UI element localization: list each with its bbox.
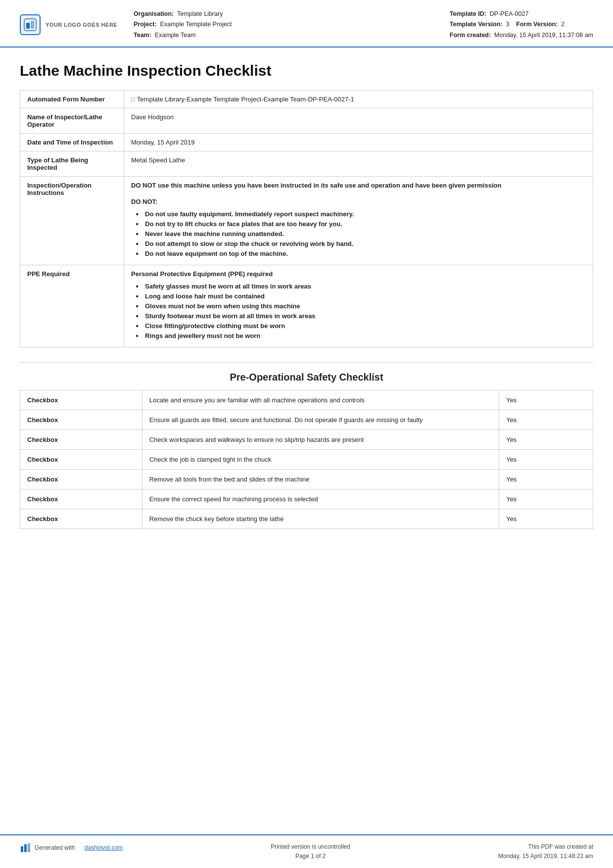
checklist-desc-5: Ensure the correct speed for machining p… (142, 489, 499, 509)
do-not-item-3: Do not attempt to slow or stop the chuck… (136, 240, 586, 247)
do-not-item-4: Do not leave equipment on top of the mac… (136, 250, 586, 257)
footer-uncontrolled: Printed version is uncontrolled (271, 842, 350, 852)
footer-center: Printed version is uncontrolled Page 1 o… (271, 842, 350, 861)
footer-pdf-label: This PDF was created at (498, 842, 593, 852)
svg-rect-2 (31, 21, 34, 29)
ppe-title: Personal Protective Equipment (PPE) requ… (131, 270, 586, 278)
do-not-item-1: Do not try to lift chucks or face plates… (136, 220, 586, 228)
checklist-row-4: Checkbox Remove all tools from the bed a… (20, 469, 593, 489)
form-version-label: Form Version: (516, 21, 558, 28)
ppe-item-3: Sturdy footwear must be worn at all time… (136, 312, 586, 320)
do-not-item-2: Never leave the machine running unattend… (136, 230, 586, 238)
ppe-item-5: Rings and jewellery must not be worn (136, 332, 586, 339)
footer-pdf-value: Monday, 15 April 2019, 11:48:23 am (498, 852, 593, 861)
template-id-line: Template ID: DP-PEA-0027 (450, 9, 593, 19)
form-created-line: Form created: Monday, 15 April 2019, 11:… (450, 30, 593, 41)
checklist-row-3: Checkbox Check the job is clamped tight … (20, 449, 593, 469)
instructions-value: DO NOT use this machine unless you have … (124, 176, 593, 265)
header-right: Template ID: DP-PEA-0027 Template Versio… (450, 9, 593, 41)
version-line: Template Version: 3 Form Version: 2 (450, 19, 593, 30)
checklist-value-6: Yes (499, 509, 593, 529)
inspector-label: Name of Inspector/Lathe Operator (20, 108, 124, 133)
info-table: Automated Form Number □Template Library-… (20, 90, 593, 347)
project-line: Project: Example Template Project (134, 19, 435, 30)
instructions-label: Inspection/Operation Instructions (20, 176, 124, 265)
page: YOUR LOGO GOES HERE Organisation: Templa… (0, 0, 613, 868)
lathe-type-value: Metal Speed Lathe (124, 151, 593, 176)
checklist-value-4: Yes (499, 469, 593, 489)
checklist-desc-1: Ensure all guards are fitted, secure and… (142, 410, 499, 430)
form-number-value: □Template Library-Example Template Proje… (124, 90, 593, 108)
info-row-inspector: Name of Inspector/Lathe Operator Dave Ho… (20, 108, 593, 133)
inspector-value: Dave Hodgson (124, 108, 593, 133)
info-row-ppe: PPE Required Personal Protective Equipme… (20, 265, 593, 347)
logo-box: YOUR LOGO GOES HERE (20, 14, 119, 35)
footer-right: This PDF was created at Monday, 15 April… (498, 842, 593, 861)
info-row-form-number: Automated Form Number □Template Library-… (20, 90, 593, 108)
header: YOUR LOGO GOES HERE Organisation: Templa… (0, 0, 613, 48)
date-label: Date and Time of Inspection (20, 133, 124, 151)
project-label: Project: (134, 21, 157, 28)
do-not-item-0: Do not use faulty equipment. Immediately… (136, 210, 586, 218)
form-version-value: 2 (561, 21, 565, 28)
checklist-label-2: Checkbox (20, 430, 142, 449)
checklist-label-0: Checkbox (20, 390, 142, 410)
footer-left: Generated with dashpivot.com (20, 842, 123, 853)
org-value: Template Library (177, 10, 223, 17)
do-not-label: DO NOT: (131, 198, 586, 205)
checklist-row-5: Checkbox Ensure the correct speed for ma… (20, 489, 593, 509)
checklist-label-4: Checkbox (20, 469, 142, 489)
header-meta: Organisation: Template Library Project: … (134, 9, 435, 41)
team-value: Example Team (155, 32, 195, 39)
footer-page: Page 1 of 2 (271, 852, 350, 861)
checklist-desc-4: Remove all tools from the bed and slides… (142, 469, 499, 489)
form-number-label: Automated Form Number (20, 90, 124, 108)
template-version-label: Template Version: (450, 21, 503, 28)
logo-text: YOUR LOGO GOES HERE (46, 22, 117, 28)
checklist-value-5: Yes (499, 489, 593, 509)
project-value: Example Template Project (160, 21, 232, 28)
ppe-label: PPE Required (20, 265, 124, 347)
checklist-table: Checkbox Locate and ensure you are famil… (20, 390, 593, 529)
team-label: Team: (134, 32, 151, 39)
checklist-label-1: Checkbox (20, 410, 142, 430)
ppe-value: Personal Protective Equipment (PPE) requ… (124, 265, 593, 347)
ppe-list: Safety glasses must be worn at all times… (136, 283, 586, 339)
checklist-row-2: Checkbox Check workspaces and walkways t… (20, 430, 593, 449)
date-value: Monday, 15 April 2019 (124, 133, 593, 151)
checklist-label-3: Checkbox (20, 449, 142, 469)
checklist-value-1: Yes (499, 410, 593, 430)
footer-generated-text: Generated with (35, 844, 75, 851)
info-row-lathe-type: Type of Lathe Being Inspected Metal Spee… (20, 151, 593, 176)
ppe-item-2: Gloves must not be worn when using this … (136, 302, 586, 310)
template-id-label: Template ID: (450, 10, 486, 17)
checklist-desc-6: Remove the chuck key before starting the… (142, 509, 499, 529)
checklist-value-2: Yes (499, 430, 593, 449)
ppe-item-1: Long and loose hair must be contained (136, 292, 586, 300)
svg-rect-5 (28, 843, 30, 852)
instructions-main-text: DO NOT use this machine unless you have … (131, 182, 586, 189)
svg-rect-0 (24, 19, 36, 31)
logo-icon (20, 14, 41, 35)
footer-link[interactable]: dashpivot.com (85, 844, 123, 851)
svg-rect-1 (26, 23, 30, 29)
checklist-row-1: Checkbox Ensure all guards are fitted, s… (20, 410, 593, 430)
lathe-type-label: Type of Lathe Being Inspected (20, 151, 124, 176)
org-label: Organisation: (134, 10, 174, 17)
org-line: Organisation: Template Library (134, 9, 435, 19)
checklist-label-5: Checkbox (20, 489, 142, 509)
checklist-value-3: Yes (499, 449, 593, 469)
checklist-desc-0: Locate and ensure you are familiar with … (142, 390, 499, 410)
document-title: Lathe Machine Inspection Checklist (20, 62, 593, 79)
checklist-value-0: Yes (499, 390, 593, 410)
form-created-label: Form created: (450, 32, 491, 39)
footer: Generated with dashpivot.com Printed ver… (0, 834, 613, 868)
svg-rect-3 (21, 846, 23, 852)
team-line: Team: Example Team (134, 30, 435, 41)
checklist-desc-2: Check workspaces and walkways to ensure … (142, 430, 499, 449)
ppe-item-4: Close fitting/protective clothing must b… (136, 322, 586, 330)
checklist-row-6: Checkbox Remove the chuck key before sta… (20, 509, 593, 529)
form-number-icon: □ (131, 96, 135, 103)
svg-rect-4 (24, 844, 27, 852)
do-not-list: Do not use faulty equipment. Immediately… (136, 210, 586, 257)
